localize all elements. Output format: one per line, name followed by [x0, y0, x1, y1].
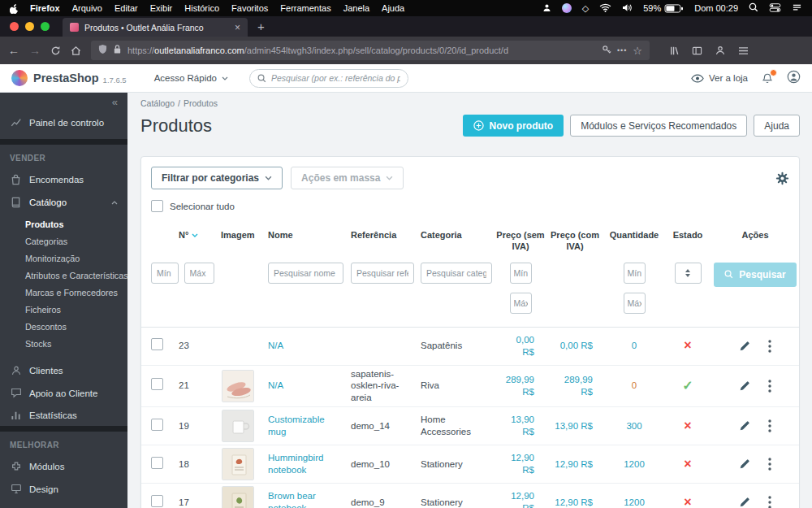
filter-id-min-input[interactable]: [151, 263, 179, 284]
account-icon[interactable]: [715, 45, 726, 56]
tracking-protection-icon[interactable]: [98, 43, 107, 58]
page-actions-icon[interactable]: •••: [617, 46, 627, 54]
menubar-item-ferramentas[interactable]: Ferramentas: [280, 3, 330, 13]
zoom-window-button[interactable]: [41, 22, 50, 31]
product-name-link[interactable]: Customizable mug: [268, 415, 325, 436]
sidebar-item-design[interactable]: Design: [0, 478, 127, 500]
column-header-id[interactable]: N°: [172, 230, 214, 241]
column-header-name[interactable]: Nome: [261, 230, 344, 241]
menu-hamburger-icon[interactable]: [738, 46, 749, 55]
sidebar-subitem-monitorizacao[interactable]: Monitorização: [0, 250, 127, 267]
filter-reference-input[interactable]: [351, 263, 414, 284]
sidebar-item-painel-de-controlo[interactable]: Painel de controlo: [0, 110, 127, 139]
sidebar-item-estatisticas[interactable]: Estatísticas: [0, 404, 127, 426]
sidebar-subitem-ficheiros[interactable]: Ficheiros: [0, 301, 127, 318]
user-switch-icon[interactable]: [542, 3, 551, 14]
menubar-item-exibir[interactable]: Exibir: [150, 3, 173, 13]
edit-pencil-icon[interactable]: [739, 380, 750, 392]
menubar-item-historico[interactable]: Histórico: [184, 3, 219, 13]
quantity-link[interactable]: 1200: [624, 497, 645, 507]
row-checkbox[interactable]: [151, 419, 163, 431]
sidebar-subitem-produtos[interactable]: Produtos: [0, 215, 127, 232]
menubar-app-name[interactable]: Firefox: [30, 3, 60, 13]
diamond-status-icon[interactable]: ◇: [582, 3, 589, 14]
column-header-price-excl[interactable]: Preço (sem IVA): [495, 230, 546, 253]
recommended-modules-button[interactable]: Módulos e Serviços Recomendados: [570, 115, 747, 137]
edit-pencil-icon[interactable]: [739, 420, 750, 432]
status-filter-select[interactable]: [675, 263, 702, 284]
sidebar-toggle-icon[interactable]: [692, 46, 702, 56]
table-search-button[interactable]: Pesquisar: [714, 263, 796, 287]
row-checkbox[interactable]: [151, 378, 163, 390]
edit-pencil-icon[interactable]: [739, 497, 750, 508]
product-name-link[interactable]: Hummingbird notebook: [268, 453, 323, 475]
status-disabled-icon[interactable]: ×: [684, 457, 691, 471]
help-button[interactable]: Ajuda: [754, 115, 800, 137]
volume-icon[interactable]: [622, 3, 633, 14]
menubar-item-janela[interactable]: Janela: [343, 3, 369, 13]
sidebar-item-encomendas[interactable]: Encomendas: [0, 168, 127, 191]
new-tab-button[interactable]: +: [257, 20, 265, 33]
sidebar-subitem-descontos[interactable]: Descontos: [0, 318, 127, 335]
quantity-link[interactable]: 0: [632, 380, 637, 390]
status-enabled-icon[interactable]: ✓: [682, 379, 693, 393]
menubar-item-arquivo[interactable]: Arquivo: [72, 3, 102, 13]
row-menu-kebab-icon[interactable]: [768, 496, 771, 508]
row-menu-kebab-icon[interactable]: [768, 340, 771, 353]
battery-indicator[interactable]: 59%: [643, 3, 684, 13]
control-center-icon[interactable]: [769, 3, 781, 14]
row-checkbox[interactable]: [151, 457, 163, 469]
filter-price-excl-min-input[interactable]: [510, 263, 532, 284]
edit-pencil-icon[interactable]: [739, 341, 750, 352]
row-menu-kebab-icon[interactable]: [768, 419, 771, 432]
menubar-item-editar[interactable]: Editar: [114, 3, 138, 13]
address-bar[interactable]: https://outletanaliafranco.com/admin454l…: [91, 41, 650, 60]
row-menu-kebab-icon[interactable]: [768, 380, 771, 393]
product-name-link[interactable]: Brown bear notebook: [268, 491, 316, 508]
status-disabled-icon[interactable]: ×: [684, 495, 691, 508]
forward-button[interactable]: →: [29, 44, 41, 57]
column-header-quantity[interactable]: Quantidade: [604, 230, 664, 241]
sidebar-item-clientes[interactable]: Clientes: [0, 359, 127, 382]
siri-icon[interactable]: [562, 3, 572, 13]
sidebar-subitem-categorias[interactable]: Categorias: [0, 232, 127, 250]
status-disabled-icon[interactable]: ×: [684, 338, 691, 352]
row-checkbox[interactable]: [151, 495, 163, 507]
bulk-actions-button[interactable]: Ações em massa: [291, 167, 404, 189]
sidebar-item-catalogo[interactable]: Catálogo: [0, 191, 127, 214]
menubar-item-ajuda[interactable]: Ajuda: [382, 3, 404, 13]
select-all-checkbox[interactable]: [151, 200, 163, 212]
row-menu-kebab-icon[interactable]: [768, 458, 771, 471]
filter-id-max-input[interactable]: [184, 263, 214, 284]
notification-center-icon[interactable]: [792, 3, 802, 14]
admin-search-input[interactable]: [271, 73, 400, 83]
product-name-link[interactable]: N/A: [268, 380, 283, 390]
column-header-reference[interactable]: Referência: [344, 230, 414, 241]
bookmark-star-icon[interactable]: ☆: [633, 45, 642, 57]
sidebar-subitem-marcas-e-fornecedores[interactable]: Marcas e Fornecedores: [0, 284, 127, 301]
reload-button[interactable]: [50, 46, 61, 56]
row-checkbox[interactable]: [151, 338, 163, 350]
prestashop-logo[interactable]: [11, 70, 28, 86]
new-product-button[interactable]: Novo produto: [463, 115, 564, 137]
wifi-icon[interactable]: [599, 3, 611, 14]
home-button[interactable]: [71, 46, 81, 56]
tab-close-icon[interactable]: ×: [235, 22, 240, 33]
sidebar-subitem-atributos-e-caracteristicas[interactable]: Atributos e Características: [0, 267, 127, 284]
column-header-price-incl[interactable]: Preço (com IVA): [546, 230, 604, 253]
filter-categories-button[interactable]: Filtrar por categorias: [151, 167, 283, 189]
edit-pencil-icon[interactable]: [739, 458, 750, 470]
menubar-clock[interactable]: Dom 00:29: [694, 3, 738, 13]
filter-price-excl-max-input[interactable]: [510, 293, 532, 314]
view-shop-link[interactable]: Ver a loja: [691, 73, 748, 83]
sidebar-collapse-button[interactable]: «: [0, 93, 127, 110]
profile-icon[interactable]: [787, 70, 801, 87]
quantity-link[interactable]: 300: [626, 421, 641, 431]
sidebar-item-modulos[interactable]: Módulos: [0, 455, 127, 478]
browser-tab[interactable]: Produtos • Outlet Anália Franco ×: [63, 18, 248, 37]
filter-name-input[interactable]: [268, 263, 343, 284]
back-button[interactable]: ←: [8, 44, 19, 57]
library-icon[interactable]: [669, 46, 680, 56]
quantity-link[interactable]: 1200: [624, 459, 645, 469]
sidebar-item-apoio-ao-cliente[interactable]: Apoio ao Cliente: [0, 382, 127, 404]
